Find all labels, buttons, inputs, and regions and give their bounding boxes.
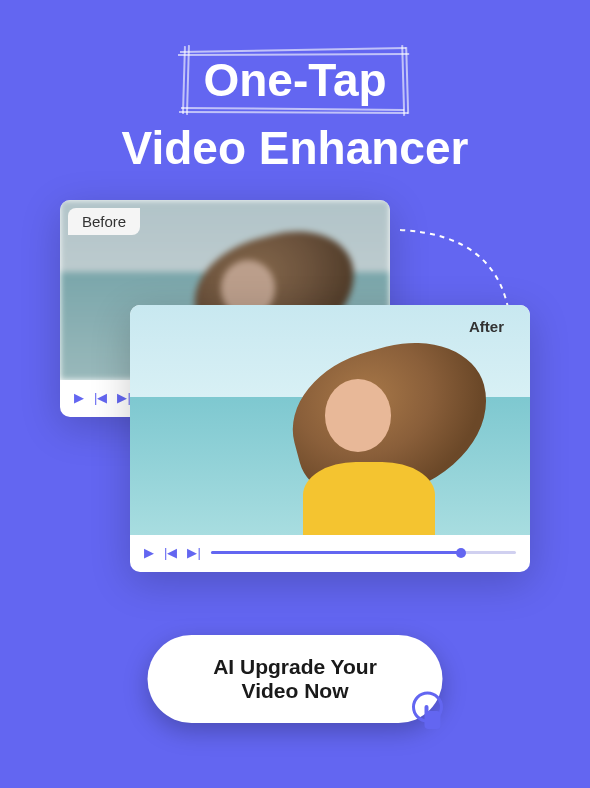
video-card-after: After ▶ |◀ ▶| — [130, 305, 530, 572]
before-badge: Before — [68, 208, 140, 235]
prev-icon[interactable]: |◀ — [164, 545, 177, 560]
after-badge: After — [455, 313, 518, 340]
progress-bar-after[interactable] — [211, 551, 516, 554]
play-icon[interactable]: ▶ — [144, 545, 154, 560]
cta-button[interactable]: AI Upgrade Your Video Now — [148, 635, 443, 723]
title-line-2: Video Enhancer — [0, 121, 590, 175]
tap-cursor-icon — [405, 689, 451, 735]
title-line-1: One-Tap — [203, 53, 386, 107]
prev-icon[interactable]: |◀ — [94, 390, 107, 405]
next-icon[interactable]: ▶| — [187, 545, 200, 560]
hero-title: One-Tap Video Enhancer — [0, 0, 590, 175]
cta-label: AI Upgrade Your Video Now — [196, 655, 395, 703]
next-icon[interactable]: ▶| — [117, 390, 130, 405]
video-thumbnail-after: After — [130, 305, 530, 535]
preview-comparison: Before ▶ |◀ ▶| After ▶ |◀ ▶| — [0, 200, 590, 620]
player-controls-after: ▶ |◀ ▶| — [130, 535, 530, 572]
play-icon[interactable]: ▶ — [74, 390, 84, 405]
